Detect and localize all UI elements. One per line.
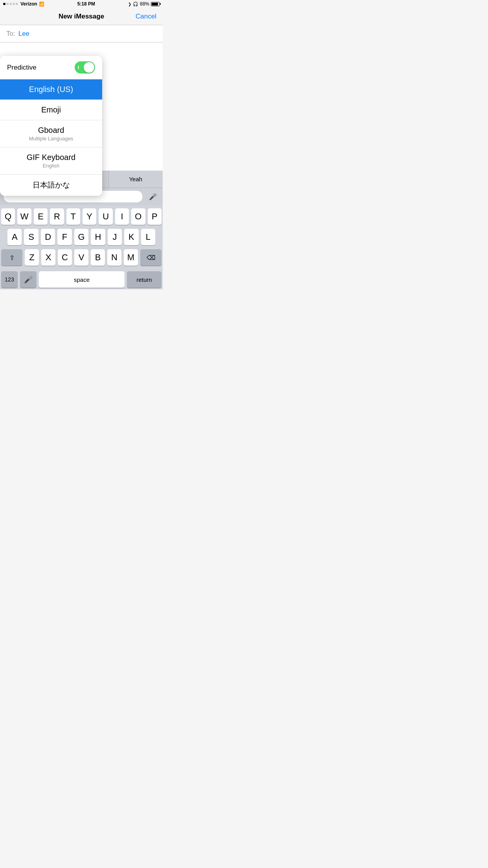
bottom-row: 123 🎤 space return bbox=[0, 271, 163, 289]
key-K[interactable]: K bbox=[124, 229, 138, 245]
backspace-key[interactable]: ⌫ bbox=[140, 249, 161, 266]
key-G[interactable]: G bbox=[74, 229, 88, 245]
signal-dot-4 bbox=[13, 3, 15, 5]
signal-dot-3 bbox=[9, 3, 12, 5]
signal-dot-1 bbox=[3, 3, 6, 5]
keyboard-option-gboard[interactable]: Gboard Multiple Languages bbox=[0, 120, 102, 147]
key-S[interactable]: S bbox=[24, 229, 38, 245]
keyboard-option-english-us-label: English (US) bbox=[7, 85, 95, 94]
signal-dots bbox=[3, 3, 18, 5]
key-U[interactable]: U bbox=[99, 208, 112, 225]
key-R[interactable]: R bbox=[50, 208, 64, 225]
key-row-1: Q W E R T Y U I O P bbox=[1, 208, 161, 225]
keyboard-option-gif[interactable]: GIF Keyboard English bbox=[0, 147, 102, 175]
nav-title: New iMessage bbox=[59, 13, 104, 20]
signal-dot-5 bbox=[16, 3, 18, 5]
key-Z[interactable]: Z bbox=[25, 249, 39, 266]
to-label: To: bbox=[6, 30, 15, 38]
keys-section: Q W E R T Y U I O P A S D F G H J K L ⇧ … bbox=[0, 205, 163, 271]
key-A[interactable]: A bbox=[7, 229, 22, 245]
key-O[interactable]: O bbox=[131, 208, 145, 225]
wifi-icon: 📶 bbox=[39, 2, 44, 7]
battery-icon bbox=[151, 2, 160, 6]
keyboard-option-emoji-label: Emoji bbox=[7, 105, 95, 114]
key-V[interactable]: V bbox=[74, 249, 88, 266]
keyboard-option-japanese-label: 日本語かな bbox=[7, 180, 95, 190]
key-row-2: A S D F G H J K L bbox=[1, 229, 161, 245]
key-Q[interactable]: Q bbox=[1, 208, 15, 225]
keyboard-option-gboard-sublabel: Multiple Languages bbox=[7, 136, 95, 142]
predictive-toggle-row: Predictive I bbox=[0, 56, 102, 79]
key-J[interactable]: J bbox=[108, 229, 122, 245]
headphone-icon: 🎧 bbox=[133, 2, 138, 7]
num-key[interactable]: 123 bbox=[1, 271, 18, 288]
key-B[interactable]: B bbox=[91, 249, 105, 266]
key-row-3: ⇧ Z X C V B N M ⌫ bbox=[1, 249, 161, 266]
dictation-key[interactable]: 🎤 bbox=[20, 271, 37, 288]
key-D[interactable]: D bbox=[41, 229, 55, 245]
key-W[interactable]: W bbox=[17, 208, 31, 225]
status-left: Verizon 📶 bbox=[3, 1, 44, 7]
cancel-button[interactable]: Cancel bbox=[136, 13, 156, 20]
key-Y[interactable]: Y bbox=[83, 208, 96, 225]
predictive-toggle[interactable]: I bbox=[75, 61, 95, 74]
signal-dot-2 bbox=[6, 3, 9, 5]
keyboard-option-english-us[interactable]: English (US) bbox=[0, 79, 102, 100]
key-F[interactable]: F bbox=[57, 229, 72, 245]
keyboard-option-emoji[interactable]: Emoji bbox=[0, 100, 102, 120]
battery-percent: 88% bbox=[140, 1, 149, 7]
shift-key[interactable]: ⇧ bbox=[1, 249, 22, 266]
return-key[interactable]: return bbox=[127, 271, 161, 288]
predictive-label: Predictive bbox=[7, 64, 37, 72]
status-time: 5:18 PM bbox=[77, 1, 95, 7]
key-L[interactable]: L bbox=[141, 229, 155, 245]
recipient-chip[interactable]: Lee bbox=[18, 30, 29, 38]
status-right: ❯ 🎧 88% bbox=[128, 1, 160, 7]
key-T[interactable]: T bbox=[66, 208, 80, 225]
keyboard-option-gboard-label: Gboard bbox=[7, 126, 95, 135]
mic-button[interactable]: 🎤 bbox=[146, 190, 160, 203]
key-X[interactable]: X bbox=[41, 249, 55, 266]
key-C[interactable]: C bbox=[58, 249, 72, 266]
key-P[interactable]: P bbox=[148, 208, 161, 225]
carrier-label: Verizon bbox=[20, 1, 37, 7]
to-field[interactable]: To: Lee bbox=[0, 25, 163, 42]
keyboard-option-gif-sublabel: English bbox=[7, 163, 95, 169]
key-H[interactable]: H bbox=[91, 229, 105, 245]
key-M[interactable]: M bbox=[124, 249, 138, 266]
toggle-knob bbox=[84, 62, 94, 73]
location-icon: ❯ bbox=[128, 2, 131, 6]
key-I[interactable]: I bbox=[115, 208, 129, 225]
nav-bar: New iMessage Cancel bbox=[0, 8, 163, 25]
keyboard-switcher-popup: Predictive I English (US) Emoji Gboard M… bbox=[0, 56, 102, 196]
key-E[interactable]: E bbox=[34, 208, 48, 225]
toggle-label: I bbox=[78, 65, 79, 70]
status-bar: Verizon 📶 5:18 PM ❯ 🎧 88% bbox=[0, 0, 163, 8]
space-key[interactable]: space bbox=[39, 271, 125, 288]
keyboard-option-japanese[interactable]: 日本語かな bbox=[0, 175, 102, 196]
predictive-item-2[interactable]: Yeah bbox=[109, 171, 163, 188]
key-N[interactable]: N bbox=[107, 249, 121, 266]
keyboard-option-gif-label: GIF Keyboard bbox=[7, 153, 95, 162]
battery-fill bbox=[152, 3, 158, 6]
